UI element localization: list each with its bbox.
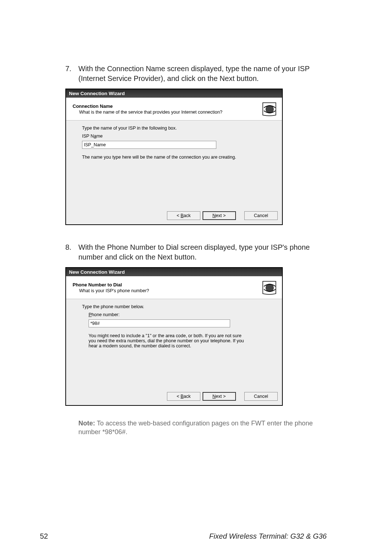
wizard-icon xyxy=(262,101,277,117)
step-7-number: 7. xyxy=(65,64,78,74)
dialog-header: Phone Number to Dial What is your ISP's … xyxy=(66,276,282,299)
phone-instruction: Type the phone number below. xyxy=(82,304,271,309)
step-7: 7. With the Connection Name screen displ… xyxy=(65,64,327,83)
note-label: Note: xyxy=(78,420,95,427)
dialog-footer: < Back Next > Cancel xyxy=(66,388,282,405)
next-button[interactable]: Next > xyxy=(203,211,236,220)
cancel-button[interactable]: Cancel xyxy=(244,392,278,401)
dialog-header-subtitle: What is your ISP's phone number? xyxy=(73,288,259,293)
dialog-header-subtitle: What is the name of the service that pro… xyxy=(73,110,259,115)
step-8: 8. With the Phone Number to Dial screen … xyxy=(65,242,327,262)
phone-number-label: Phone number: xyxy=(89,312,271,317)
dialog-phone-number: New Connection Wizard Phone Number to Di… xyxy=(65,267,283,406)
wizard-icon xyxy=(262,280,277,295)
page-footer: 52 Fixed Wireless Terminal: G32 & G36 xyxy=(0,532,392,540)
step-8-number: 8. xyxy=(65,242,78,252)
back-button[interactable]: < Back xyxy=(167,211,200,220)
step-8-text: With the Phone Number to Dial screen dis… xyxy=(78,242,327,262)
dialog-body: Type the name of your ISP in the followi… xyxy=(66,121,282,208)
dialog-footer: < Back Next > Cancel xyxy=(66,208,282,224)
dialog-connection-name: New Connection Wizard Connection Name Wh… xyxy=(65,89,283,225)
cancel-button[interactable]: Cancel xyxy=(244,211,278,220)
svg-marker-3 xyxy=(273,282,275,285)
document-title: Fixed Wireless Terminal: G32 & G36 xyxy=(209,532,327,540)
phone-number-input[interactable] xyxy=(89,319,230,327)
back-button[interactable]: < Back xyxy=(167,392,200,401)
step-7-text: With the Connection Name screen displaye… xyxy=(78,64,327,83)
dialog-titlebar: New Connection Wizard xyxy=(66,268,282,276)
dialog-titlebar: New Connection Wizard xyxy=(66,89,282,98)
page-number: 52 xyxy=(40,532,48,540)
note-text: To access the web-based configuration pa… xyxy=(78,420,313,436)
isp-name-label: ISP Name xyxy=(82,134,271,139)
svg-marker-1 xyxy=(273,103,275,106)
isp-name-input[interactable] xyxy=(82,141,216,149)
note-block: Note: To access the web-based configurat… xyxy=(65,419,327,437)
dialog-header-text: Connection Name What is the name of the … xyxy=(73,103,259,115)
isp-name-hint: The name you type here will be the name … xyxy=(82,155,271,160)
phone-number-hint: You might need to include a "1" or the a… xyxy=(89,333,248,348)
dialog-header-text: Phone Number to Dial What is your ISP's … xyxy=(73,282,259,293)
next-button[interactable]: Next > xyxy=(203,392,236,401)
isp-instruction: Type the name of your ISP in the followi… xyxy=(82,126,271,131)
dialog-header-title: Phone Number to Dial xyxy=(73,282,259,287)
dialog-header-title: Connection Name xyxy=(73,103,259,109)
dialog-header: Connection Name What is the name of the … xyxy=(66,98,282,121)
dialog-body: Type the phone number below. Phone numbe… xyxy=(66,299,282,388)
